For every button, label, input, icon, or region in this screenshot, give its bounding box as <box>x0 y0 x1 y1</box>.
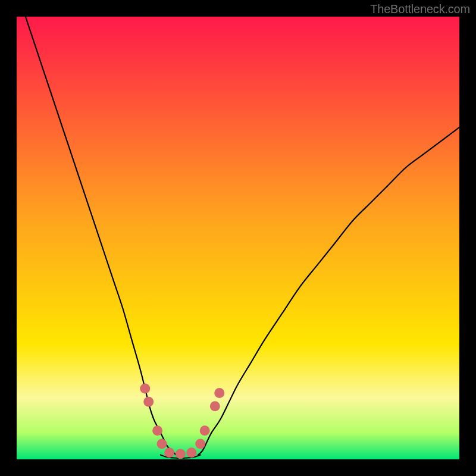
data-marker <box>210 401 220 411</box>
data-marker <box>164 447 174 458</box>
data-marker <box>200 425 210 436</box>
data-marker <box>186 447 196 458</box>
data-marker <box>140 383 150 393</box>
watermark-text: TheBottleneck.com <box>370 2 470 16</box>
data-marker <box>195 439 205 449</box>
data-marker <box>157 439 167 449</box>
chart-svg <box>17 17 459 459</box>
data-marker <box>214 388 224 398</box>
gradient-background <box>17 17 459 459</box>
data-marker <box>143 397 154 407</box>
data-marker <box>176 449 186 459</box>
plot-area <box>17 17 459 459</box>
chart-frame: TheBottleneck.com <box>0 0 476 476</box>
data-marker <box>152 425 162 436</box>
